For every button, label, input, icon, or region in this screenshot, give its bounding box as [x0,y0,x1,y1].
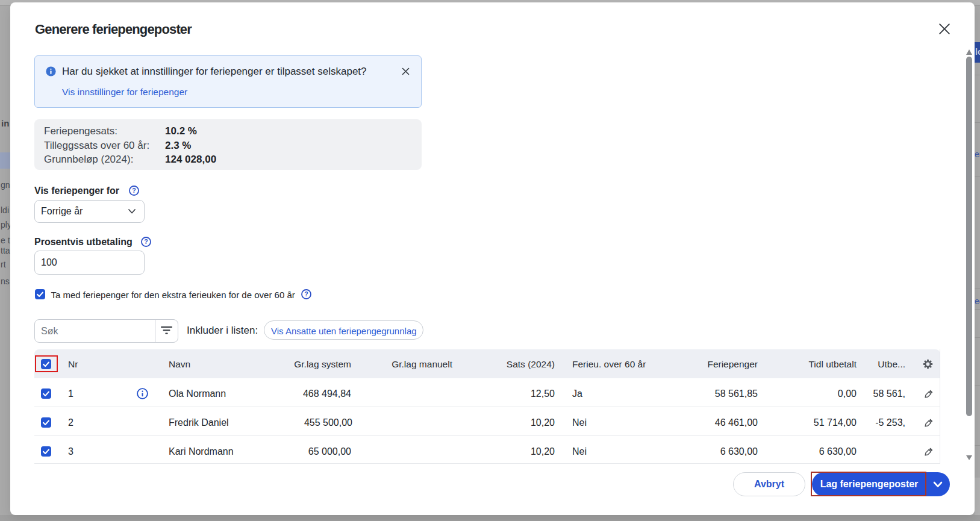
svg-text:?: ? [144,238,148,245]
svg-text:?: ? [304,290,308,298]
svg-text:?: ? [132,187,136,194]
